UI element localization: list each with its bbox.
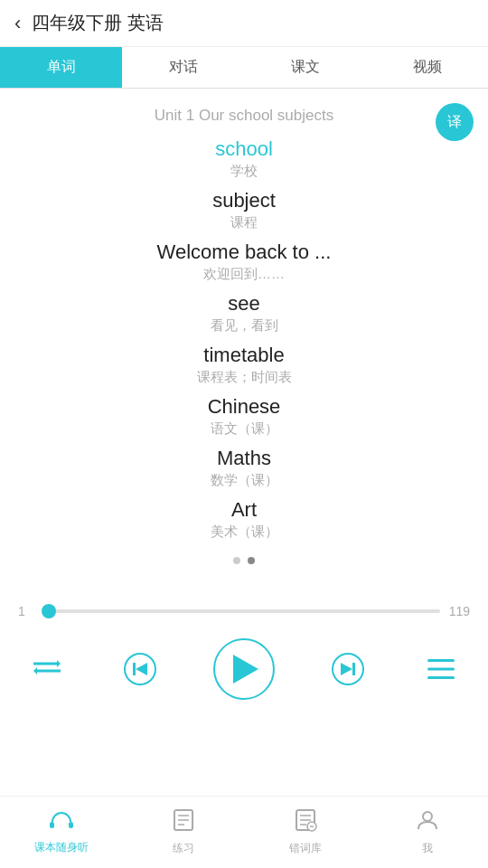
- loop-button[interactable]: [27, 649, 67, 689]
- word-en-6: Maths: [211, 447, 278, 470]
- play-icon: [233, 655, 258, 684]
- word-entry-6: Maths 数学（课）: [211, 447, 278, 489]
- practice-icon: [172, 808, 195, 837]
- word-entry-5: Chinese 语文（课）: [208, 395, 281, 438]
- word-cn-2: 欢迎回到……: [157, 266, 332, 283]
- word-entry-1: subject 课程: [212, 189, 276, 231]
- svg-rect-14: [50, 822, 54, 828]
- player-controls: [0, 627, 488, 711]
- word-entry-2: Welcome back to ... 欢迎回到……: [157, 241, 332, 283]
- dot-2: [248, 557, 255, 564]
- svg-point-26: [423, 812, 432, 821]
- progress-thumb: [42, 604, 56, 618]
- nav-item-me[interactable]: 我: [366, 808, 488, 856]
- word-en-3: see: [211, 292, 278, 316]
- svg-rect-12: [427, 668, 455, 671]
- tab-bar: 单词 对话 课文 视频: [0, 47, 488, 89]
- svg-rect-11: [427, 659, 455, 662]
- svg-marker-10: [341, 663, 352, 675]
- word-cn-0: 学校: [215, 163, 273, 180]
- word-en-0: school: [215, 137, 273, 161]
- word-cn-3: 看见，看到: [211, 317, 278, 335]
- nav-item-practice[interactable]: 练习: [122, 808, 244, 856]
- back-button[interactable]: ‹: [14, 12, 21, 35]
- word-cn-6: 数学（课）: [211, 472, 278, 489]
- prev-icon: [124, 653, 156, 685]
- nav-item-listen[interactable]: 课本随身听: [0, 809, 122, 855]
- progress-start: 1: [18, 604, 36, 618]
- translate-button[interactable]: 译: [436, 103, 474, 141]
- svg-rect-15: [69, 822, 73, 828]
- wordbank-icon: [294, 808, 317, 837]
- word-en-5: Chinese: [208, 395, 281, 419]
- next-button[interactable]: [328, 649, 368, 689]
- word-cn-1: 课程: [212, 214, 276, 231]
- next-icon: [332, 653, 364, 685]
- word-en-2: Welcome back to ...: [157, 241, 332, 264]
- svg-rect-13: [427, 676, 455, 679]
- nav-label-wordbank: 错词库: [289, 841, 322, 856]
- play-button[interactable]: [213, 638, 275, 700]
- word-entry-7: Art 美术（课）: [211, 498, 278, 541]
- tab-text[interactable]: 课文: [244, 47, 366, 88]
- word-list: Unit 1 Our school subjects school 学校 sub…: [0, 107, 488, 550]
- menu-button[interactable]: [421, 649, 461, 689]
- word-entry-4: timetable 课程表；时间表: [197, 344, 292, 386]
- nav-label-listen: 课本随身听: [34, 840, 89, 855]
- svg-marker-3: [33, 667, 37, 675]
- header: ‹ 四年级下册 英语: [0, 0, 488, 47]
- word-cn-5: 语文（课）: [208, 420, 281, 438]
- word-en-4: timetable: [197, 344, 292, 367]
- word-entry-0: school 学校: [215, 137, 273, 180]
- unit-title: Unit 1 Our school subjects: [155, 107, 333, 125]
- svg-marker-7: [233, 655, 258, 684]
- prev-button[interactable]: [120, 649, 160, 689]
- nav-item-wordbank[interactable]: 错词库: [244, 808, 366, 856]
- svg-rect-5: [133, 663, 136, 675]
- tab-words[interactable]: 单词: [0, 47, 122, 88]
- bottom-navigation: 课本随身听 练习 错词库: [0, 796, 488, 868]
- nav-label-me: 我: [422, 841, 433, 856]
- nav-label-practice: 练习: [173, 841, 194, 856]
- headphone-icon: [49, 809, 74, 836]
- loop-icon: [33, 658, 61, 680]
- word-en-7: Art: [211, 498, 278, 522]
- word-cn-7: 美术（课）: [211, 524, 278, 541]
- content-area: 译 Unit 1 Our school subjects school 学校 s…: [0, 89, 488, 595]
- menu-icon: [427, 659, 455, 679]
- tab-dialog[interactable]: 对话: [122, 47, 244, 88]
- progress-bar-area: 1 119: [0, 595, 488, 627]
- dot-1: [233, 557, 240, 564]
- page-title: 四年级下册 英语: [32, 11, 164, 35]
- pagination-dots: [233, 557, 255, 564]
- word-cn-4: 课程表；时间表: [197, 369, 292, 386]
- word-en-1: subject: [212, 189, 276, 212]
- profile-icon: [416, 808, 439, 837]
- word-entry-3: see 看见，看到: [211, 292, 278, 335]
- svg-rect-9: [352, 663, 355, 675]
- svg-marker-1: [57, 660, 61, 667]
- tab-video[interactable]: 视频: [366, 47, 488, 88]
- progress-end: 119: [449, 604, 470, 618]
- svg-marker-6: [136, 663, 147, 675]
- progress-track[interactable]: [45, 609, 440, 613]
